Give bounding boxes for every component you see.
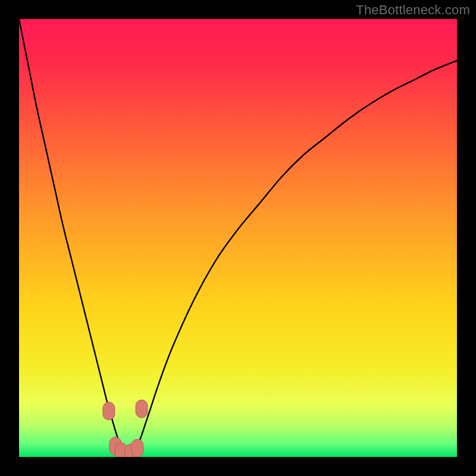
plot-area	[19, 19, 457, 457]
chart-frame: TheBottleneck.com	[0, 0, 476, 476]
curve-marker	[136, 400, 148, 418]
watermark-text: TheBottleneck.com	[356, 2, 470, 18]
curve-marker	[131, 439, 143, 457]
curve-marker	[103, 402, 115, 420]
plot-svg	[19, 19, 457, 457]
gradient-background	[19, 19, 457, 457]
